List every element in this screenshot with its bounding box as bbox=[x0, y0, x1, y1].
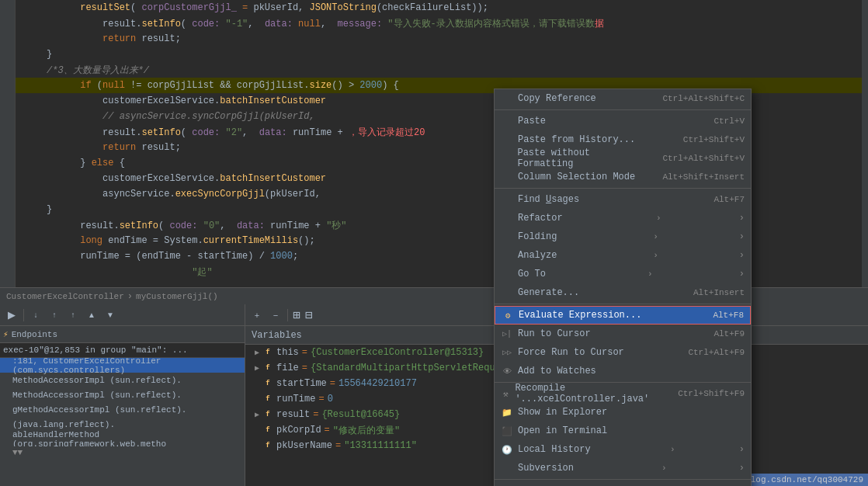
menu-recompile[interactable]: ⚒ Recompile '...xcelController.java' Ctr… bbox=[495, 384, 751, 403]
variables-tab[interactable]: Variables bbox=[252, 330, 302, 341]
generate-icon bbox=[501, 286, 513, 299]
breadcrumb-class[interactable]: CustomerExcelController bbox=[6, 292, 124, 301]
menu-label-refactor: Refactor bbox=[518, 213, 563, 224]
force-run-cursor-icon: ▷▷ bbox=[501, 346, 513, 359]
menu-subversion[interactable]: Subversion › bbox=[495, 459, 751, 477]
var-eq-starttime: = bbox=[330, 378, 335, 389]
var-name-result: result bbox=[276, 409, 310, 420]
stack-frame-5[interactable]: ableHandlerMethod (org.springframework.w… bbox=[0, 432, 245, 446]
shortcut-subversion: › bbox=[661, 463, 667, 473]
frame-text-1: MethodAccessorImpl (sun.reflect). bbox=[12, 376, 182, 385]
var-eq-pkcorpid: = bbox=[325, 425, 330, 436]
menu-show-explorer[interactable]: 📁 Show in Explorer bbox=[495, 403, 751, 422]
column-mode-icon bbox=[501, 171, 513, 183]
stack-frame-3[interactable]: gMethodAccessorImpl (sun.reflect). bbox=[0, 402, 245, 417]
remove-watch-btn[interactable]: − bbox=[267, 307, 284, 324]
field-icon-result: f bbox=[262, 409, 273, 420]
frame-text-3: gMethodAccessorImpl (sun.reflect). bbox=[12, 405, 186, 415]
stack-frame-1[interactable]: MethodAccessorImpl (sun.reflect). bbox=[0, 373, 245, 387]
shortcut-column-mode: Alt+Shift+Insert bbox=[662, 172, 745, 182]
expand-arrow-this[interactable]: ▶ bbox=[252, 347, 262, 358]
debug-toolbar: ▶ ↓ ↑ ↑ ▲ ▼ bbox=[0, 304, 245, 326]
menu-label-open-terminal: Open in Terminal bbox=[518, 425, 607, 436]
paste-history-icon bbox=[501, 134, 513, 146]
field-icon-pkusername: f bbox=[262, 440, 273, 451]
resume-btn[interactable]: ▲ bbox=[83, 307, 100, 324]
expand-all-btn[interactable]: ⊞ bbox=[291, 307, 302, 323]
menu-paste-history[interactable]: Paste from History... Ctrl+Shift+V bbox=[495, 130, 751, 149]
expand-frames[interactable]: ▼▼ bbox=[0, 446, 245, 459]
menu-compare-clipboard[interactable]: ⇔ Compare with Clipboard bbox=[495, 481, 751, 486]
thread-item[interactable]: exec-10"@12,853 in group "main": ... bbox=[0, 343, 245, 358]
separator bbox=[23, 309, 24, 321]
shortcut-paste-no-format: Ctrl+Alt+Shift+V bbox=[662, 154, 745, 163]
code-line-3: return result; bbox=[16, 31, 868, 47]
field-icon-file: f bbox=[262, 363, 273, 373]
menu-label-run-to-cursor: Run to Cursor bbox=[518, 328, 591, 339]
menu-evaluate-expression[interactable]: ⚙ Evaluate Expression... Alt+F8 bbox=[495, 306, 751, 325]
shortcut-copy-reference: Ctrl+Alt+Shift+C bbox=[662, 94, 745, 103]
menu-label-paste: Paste bbox=[518, 116, 546, 127]
add-watches-icon: 👁 bbox=[501, 365, 513, 377]
recompile-icon: ⚒ bbox=[501, 387, 510, 400]
menu-paste[interactable]: Paste Ctrl+V bbox=[495, 112, 751, 130]
menu-folding[interactable]: Folding › bbox=[495, 227, 751, 246]
shortcut-force-run-to-cursor: Ctrl+Alt+F9 bbox=[688, 348, 745, 357]
breadcrumb-separator: › bbox=[127, 291, 133, 302]
run-cursor-btn[interactable]: ▼ bbox=[102, 307, 119, 324]
menu-open-terminal[interactable]: ⬛ Open in Terminal bbox=[495, 422, 751, 440]
expand-arrow-file[interactable]: ▶ bbox=[252, 363, 262, 373]
var-name-pkusername: pkUserName bbox=[276, 440, 332, 451]
subversion-icon bbox=[501, 462, 513, 474]
step-over-btn[interactable]: ↑ bbox=[46, 307, 63, 324]
var-value-pkcorpid: "修改后的变量" bbox=[333, 424, 400, 437]
menu-refactor[interactable]: Refactor › bbox=[495, 209, 751, 227]
menu-find-usages[interactable]: Find Usages Alt+F7 bbox=[495, 190, 751, 209]
field-icon-pkcorpid: f bbox=[262, 425, 273, 436]
step-into-btn[interactable]: ↓ bbox=[27, 307, 44, 324]
menu-paste-no-format[interactable]: Paste without Formatting Ctrl+Alt+Shift+… bbox=[495, 149, 751, 168]
menu-column-mode[interactable]: Column Selection Mode Alt+Shift+Insert bbox=[495, 168, 751, 186]
breadcrumb-method[interactable]: myCustomerGjjl() bbox=[136, 292, 218, 301]
var-value-starttime: 15564429210177 bbox=[339, 378, 417, 389]
var-value-pkusername: "13311111111" bbox=[344, 440, 417, 451]
menu-goto[interactable]: Go To › bbox=[495, 265, 751, 283]
shortcut-folding: › bbox=[653, 232, 658, 241]
menu-label-generate: Generate... bbox=[518, 287, 579, 298]
expand-arrow-result[interactable]: ▶ bbox=[252, 409, 262, 420]
step-out-btn[interactable]: ↑ bbox=[64, 307, 82, 324]
editor-scrollbar[interactable] bbox=[862, 0, 868, 303]
sep bbox=[287, 309, 288, 321]
var-name-runtime: runTime bbox=[276, 394, 315, 404]
code-line-4: } bbox=[16, 47, 868, 62]
menu-local-history[interactable]: 🕐 Local History › bbox=[495, 440, 751, 459]
paste-no-format-icon bbox=[501, 152, 512, 165]
sep1 bbox=[495, 109, 751, 110]
shortcut-recompile: Ctrl+Shift+F9 bbox=[678, 389, 745, 398]
var-value-result: {Result@16645} bbox=[321, 409, 400, 420]
collapse-all-btn[interactable]: ⊟ bbox=[304, 307, 314, 323]
menu-run-to-cursor[interactable]: ▷| Run to Cursor Alt+F9 bbox=[495, 325, 751, 343]
field-icon-starttime: f bbox=[262, 378, 273, 389]
debug-prev-btn[interactable]: ▶ bbox=[3, 307, 20, 324]
menu-label-evaluate: Evaluate Expression... bbox=[519, 310, 641, 321]
stack-frame-0[interactable]: :181, CustomerExcelController (com.sycs.… bbox=[0, 358, 245, 373]
run-cursor-icon: ▷| bbox=[501, 328, 513, 340]
menu-generate[interactable]: Generate... Alt+Insert bbox=[495, 283, 751, 302]
menu-add-watches[interactable]: 👁 Add to Watches bbox=[495, 362, 751, 380]
endpoints-label[interactable]: Endpoints bbox=[12, 330, 57, 339]
goto-icon bbox=[501, 268, 513, 280]
analyze-icon bbox=[501, 249, 513, 262]
context-menu: Copy Reference Ctrl+Alt+Shift+C Paste Ct… bbox=[494, 89, 752, 486]
var-name-starttime: startTime bbox=[276, 378, 327, 389]
add-watch-btn[interactable]: + bbox=[248, 307, 266, 324]
menu-analyze[interactable]: Analyze › bbox=[495, 246, 751, 265]
menu-copy-reference[interactable]: Copy Reference Ctrl+Alt+Shift+C bbox=[495, 89, 751, 108]
shortcut-refactor: › bbox=[656, 213, 661, 223]
open-terminal-icon: ⬛ bbox=[501, 425, 513, 437]
find-usages-icon bbox=[501, 193, 513, 206]
var-eq-pkusername: = bbox=[335, 440, 341, 451]
menu-force-run-to-cursor[interactable]: ▷▷ Force Run to Cursor Ctrl+Alt+F9 bbox=[495, 343, 751, 362]
paste-icon bbox=[501, 115, 513, 127]
stack-frame-2[interactable]: MethodAccessorImpl (sun.reflect). bbox=[0, 387, 245, 402]
